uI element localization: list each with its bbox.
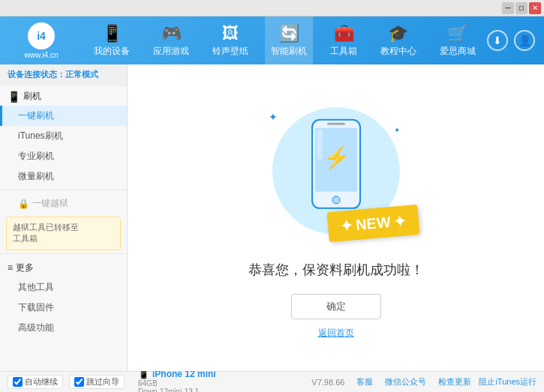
aisi-store-label: 爱思商城 [440,45,476,58]
skip-wizard-label: 跳过向导 [86,376,119,388]
sidebar-item-micro-flash[interactable]: 微量刷机 [0,166,127,187]
nav-tutorials[interactable]: 🎓 教程中心 [374,16,422,64]
device-status-bar: 设备连接状态：正常模式 [0,64,127,85]
my-device-icon: 📱 [102,24,122,43]
download-button[interactable]: ⬇ [487,30,508,51]
bottom-right: V7.98.66 客服 微信公众号 检查更新 [311,376,471,388]
svg-point-2 [332,196,340,204]
toolbox-icon: 🧰 [334,24,354,43]
toolbox-label: 工具箱 [330,45,357,58]
sidebar-item-pro-flash[interactable]: 专业刷机 [0,146,127,166]
device-storage: 64GB [138,379,216,388]
divider-1 [0,190,127,190]
phone-graphic: ⚡ [306,116,366,216]
aisi-store-icon: 🛒 [447,24,467,43]
customer-service-link[interactable]: 客服 [356,376,373,388]
new-text: NEW [355,214,391,234]
main-content: ⚡ ✦ NEW ✦ ✦ ✦ 恭喜您，保资料刷机成功啦！ 确定 返回首页 [128,64,544,371]
divider-2 [0,253,127,254]
wallpaper-label: 铃声壁纸 [212,45,248,58]
apps-games-label: 应用游戏 [153,45,189,58]
minimize-button[interactable]: ─ [502,2,514,14]
nav-smart-flash[interactable]: 🔄 智能刷机 [265,16,313,64]
nav-wallpaper[interactable]: 🖼 铃声壁纸 [206,16,254,64]
nav-aisi-store[interactable]: 🛒 爱思商城 [434,16,482,64]
status-value: 正常模式 [65,70,98,79]
sidebar-item-itunes-flash[interactable]: iTunes刷机 [0,126,127,146]
tutorials-icon: 🎓 [388,24,408,43]
check-update-link[interactable]: 检查更新 [438,376,471,388]
star-left: ✦ [339,216,353,235]
sidebar-item-advanced[interactable]: 高级功能 [0,318,127,338]
smart-flash-label: 智能刷机 [271,45,307,58]
bottom-left: 自动继续 跳过向导 📱 iPhone 12 mini 64GB Down-12m… [8,369,311,393]
device-version: Down-12mini-13.1 [138,388,216,393]
wechat-official-link[interactable]: 微信公众号 [385,376,426,388]
back-home-link[interactable]: 返回首页 [318,327,354,340]
phone-illustration: ⚡ ✦ NEW ✦ ✦ ✦ [261,96,411,246]
svg-text:⚡: ⚡ [323,145,349,170]
status-label: 设备连接状态： [8,70,65,79]
close-button[interactable]: ✕ [529,2,541,14]
version-number: V7.98.66 [311,378,344,387]
skip-wizard-checkbox[interactable]: 跳过向导 [69,375,125,389]
logo-icon: i4 [28,22,55,49]
sidebar: 设备连接状态：正常模式 📱 刷机 一键刷机 iTunes刷机 专业刷机 微量刷机… [0,64,128,371]
auto-advance-checkbox[interactable]: 自动继续 [8,375,63,389]
logo: i4 www.i4.cn [0,22,83,59]
logo-subtext: www.i4.cn [24,51,58,59]
deco-star-2: ✦ [394,126,400,134]
nav-apps-games[interactable]: 🎮 应用游戏 [147,16,195,64]
flash-section-icon: 📱 [8,91,20,103]
nav-toolbox[interactable]: 🧰 工具箱 [324,16,363,64]
smart-flash-icon: 🔄 [279,24,299,43]
sidebar-notice: 越狱工具已转移至工具箱 [6,217,121,250]
more-section-title: ≡ 更多 [0,257,127,277]
flash-section-title: 📱 刷机 [0,85,127,106]
nav-right: ⬇ 👤 [487,30,544,51]
wallpaper-icon: 🖼 [222,24,239,43]
flash-section-label: 刷机 [23,90,41,103]
device-info: 📱 iPhone 12 mini 64GB Down-12mini-13.1 [138,369,216,393]
sidebar-item-download-firmware[interactable]: 下载固件 [0,298,127,318]
main-area: 设备连接状态：正常模式 📱 刷机 一键刷机 iTunes刷机 专业刷机 微量刷机… [0,64,544,371]
nav-bar: 📱 我的设备 🎮 应用游戏 🖼 铃声壁纸 🔄 智能刷机 🧰 工具箱 🎓 教程中心… [83,16,487,64]
svg-rect-4 [317,130,323,160]
deco-star-1: ✦ [269,111,278,123]
tutorials-label: 教程中心 [380,45,416,58]
sidebar-item-jailbreak: 🔒 一键越狱 [0,193,127,214]
bottom-bar: 自动继续 跳过向导 📱 iPhone 12 mini 64GB Down-12m… [0,371,544,392]
confirm-button[interactable]: 确定 [291,294,381,319]
auto-advance-label: 自动继续 [25,376,58,388]
sidebar-item-one-key-flash[interactable]: 一键刷机 [0,106,127,126]
more-icon: ≡ [8,262,13,273]
user-button[interactable]: 👤 [514,30,535,51]
lock-icon: 🔒 [18,199,29,209]
maximize-button[interactable]: □ [515,2,527,14]
my-device-label: 我的设备 [94,45,130,58]
stop-itunes-button[interactable]: 阻止iTunes运行 [479,376,536,388]
nav-my-device[interactable]: 📱 我的设备 [88,16,136,64]
apps-games-icon: 🎮 [161,24,182,43]
skip-wizard-input[interactable] [74,377,84,387]
success-message: 恭喜您，保资料刷机成功啦！ [248,261,424,279]
auto-advance-input[interactable] [13,377,23,387]
svg-rect-3 [327,123,345,125]
sidebar-item-other-tools[interactable]: 其他工具 [0,277,127,298]
star-right: ✦ [392,211,407,230]
titlebar: ─ □ ✕ [0,0,544,16]
header: i4 www.i4.cn 📱 我的设备 🎮 应用游戏 🖼 铃声壁纸 🔄 智能刷机… [0,16,544,64]
